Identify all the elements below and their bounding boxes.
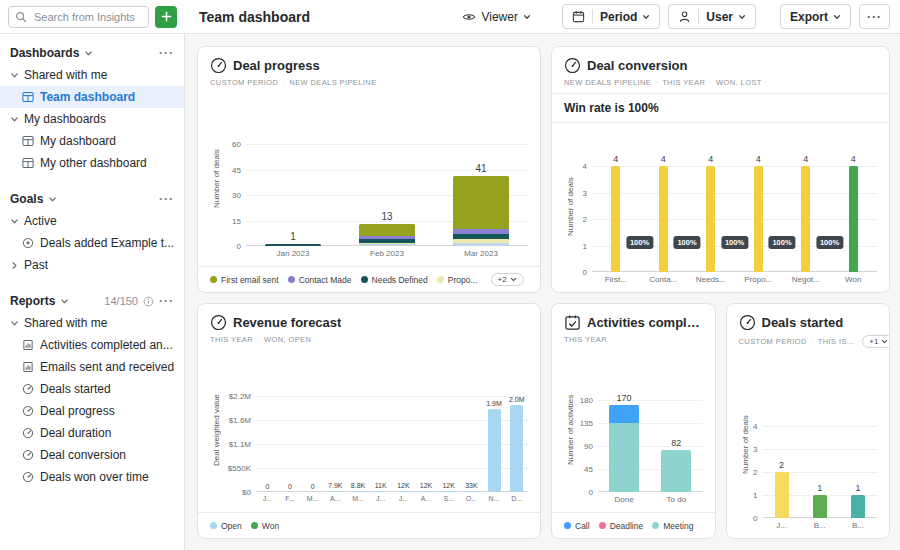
bar-slot: 41 [434,144,528,246]
card-activities-completed: Activities complete...This yearNumber of… [551,303,716,539]
bar-d[interactable] [510,405,523,492]
sidebar-item-deal-progress[interactable]: Deal progress [0,400,184,422]
bar-b[interactable] [813,495,827,518]
x-tick-label: A... [324,495,347,506]
legend-item-call[interactable]: Call [564,521,590,531]
bar-n[interactable] [488,409,501,492]
filters-more-chip[interactable]: +1 [862,335,889,348]
dashboard-row-2: Revenue forecastThis year·Won, openDeal … [197,303,890,539]
conversion-rate-chip: 100% [626,236,653,249]
sidebar-item-team-dashboard[interactable]: Team dashboard [0,86,184,108]
legend-item-propo[interactable]: Propo... [437,275,478,285]
bar-a[interactable] [329,491,342,493]
bar-group-s: 12K [442,491,455,493]
bar-first[interactable] [611,166,620,272]
add-button[interactable] [155,6,177,28]
legend-item-meeting[interactable]: Meeting [652,521,693,531]
legend-item-needs-defined[interactable]: Needs Defined [361,275,428,285]
bar-jan-2023[interactable] [265,244,321,246]
x-axis-labels: Jan 2023Feb 2023Mar 2023 [246,249,528,260]
segment-needs-defined[interactable] [265,244,321,246]
search-input-wrap[interactable] [8,6,149,28]
section-header-reports[interactable]: Reports14/150··· [0,290,184,312]
sidebar-item-deal-duration[interactable]: Deal duration [0,422,184,444]
plot-column: 01234444444100%100%100%100%100%First...C… [576,127,877,286]
segment-meeting[interactable] [661,450,691,492]
legend-more-chip[interactable]: +2 [491,273,524,286]
plot: 0459013518017082 [598,400,703,492]
section-header-dashboards[interactable]: Dashboards··· [0,42,184,64]
sidebar-group-shared-with-me[interactable]: Shared with me [0,312,184,334]
export-button[interactable]: Export [780,4,851,29]
segment-meeting[interactable] [609,423,639,492]
bar-slot: 12K [392,396,415,492]
bar-negot[interactable] [801,166,810,272]
period-button[interactable]: Period [562,4,660,29]
x-tick-label: Propo... [735,275,783,286]
section-menu-icon[interactable]: ··· [159,192,174,206]
bar-propo[interactable] [754,166,763,272]
legend-item-first-email-sent[interactable]: First email sent [210,275,279,285]
sidebar-group-past[interactable]: Past [0,254,184,276]
bar-feb-2023[interactable] [359,224,415,246]
segment-call[interactable] [609,405,639,423]
viewer-label: Viewer [481,10,517,24]
sidebar-item-my-dashboard[interactable]: My dashboard [0,130,184,152]
bar-to-do[interactable] [661,450,691,492]
segment-negotiations-started[interactable] [453,243,509,246]
legend-item-open[interactable]: Open [210,521,242,531]
period-label: Period [600,10,637,24]
card-header: Deal conversion [552,47,889,76]
chart: Number of deals01530456011341Jan 2023Feb… [198,93,540,266]
segment-first-email-sent[interactable] [359,224,415,236]
legend-dot [437,276,444,283]
section-header-goals[interactable]: Goals··· [0,188,184,210]
viewer-button[interactable]: Viewer [453,4,539,29]
card-header: Deals started [727,304,890,333]
section-menu-icon[interactable]: ··· [159,294,174,308]
sidebar-item-emails-sent-and-received[interactable]: Emails sent and received [0,356,184,378]
sidebar-item-deals-added-example-t[interactable]: Deals added Example t... [0,232,184,254]
bar-done[interactable] [609,405,639,492]
search-input[interactable] [32,10,142,24]
bar-b[interactable] [851,495,865,518]
segment-first-email-sent[interactable] [453,176,509,229]
item-label: Deal progress [40,404,115,418]
info-icon[interactable] [143,296,154,307]
bar-a[interactable] [420,491,433,493]
bar-j[interactable] [775,472,789,518]
y-tick-label: 1 [583,241,587,250]
header-actions: Viewer Period User Expo [453,4,900,29]
more-button[interactable]: ··· [859,4,890,29]
sidebar-item-my-other-dashboard[interactable]: My other dashboard [0,152,184,174]
user-button[interactable]: User [668,4,756,29]
bar-j[interactable] [397,491,410,493]
legend-item-deadline[interactable]: Deadline [599,521,644,531]
section-menu-icon[interactable]: ··· [159,46,174,60]
bar-s[interactable] [442,491,455,493]
bar-conta[interactable] [659,166,668,272]
bar-won[interactable] [849,166,858,272]
segment-negotiations-started[interactable] [359,244,415,246]
x-tick-label: Mar 2023 [434,249,528,260]
sidebar-item-deals-won-over-time[interactable]: Deals won over time [0,466,184,488]
sidebar-item-activities-completed-an[interactable]: Activities completed an... [0,334,184,356]
sidebar-group-active[interactable]: Active [0,210,184,232]
sidebar-group-shared-with-me[interactable]: Shared with me [0,64,184,86]
x-axis-labels: First...Conta...Needs...Propo...Negot...… [592,275,877,286]
bar-o[interactable] [465,491,478,493]
chevron-down-icon [10,115,19,124]
sidebar-group-my-dashboards[interactable]: My dashboards [0,108,184,130]
legend-dot [210,276,217,283]
legend-item-won[interactable]: Won [251,521,279,531]
y-tick-label: 180 [580,396,593,405]
bar-j[interactable] [374,491,387,493]
bar-needs[interactable] [706,166,715,272]
bar-m[interactable] [352,491,365,493]
sidebar-item-deals-started[interactable]: Deals started [0,378,184,400]
x-tick-label: M... [347,495,370,506]
legend-item-contact-made[interactable]: Contact Made [288,275,352,285]
bar-mar-2023[interactable] [453,176,509,246]
item-label: Team dashboard [40,90,135,104]
sidebar-item-deal-conversion[interactable]: Deal conversion [0,444,184,466]
